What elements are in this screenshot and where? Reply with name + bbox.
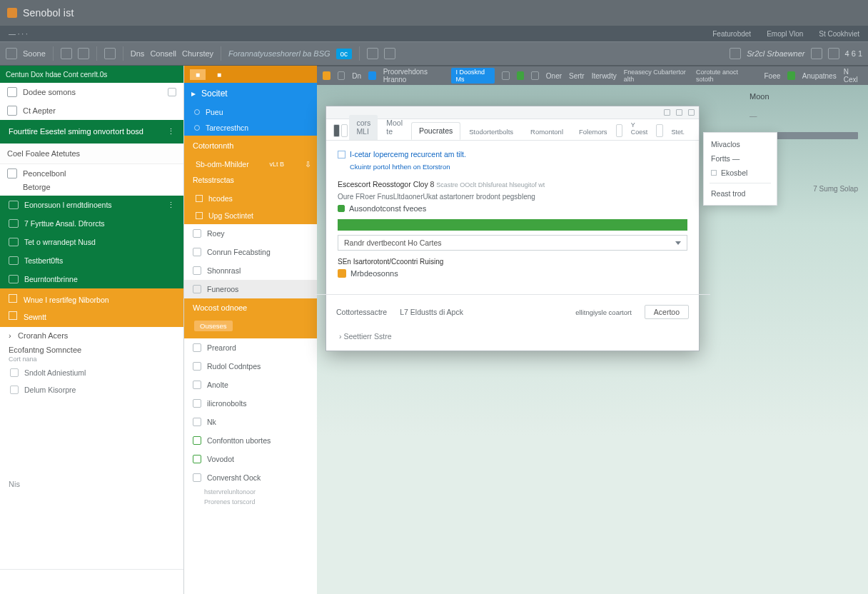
dialog-link[interactable]: Ckuintr portol hrthen on Etorstron bbox=[338, 161, 687, 173]
mp-white-item[interactable]: Conrun Fecabsting bbox=[184, 243, 317, 261]
dialog-tab[interactable]: Folemors bbox=[572, 124, 615, 140]
ct-item[interactable]: Dn bbox=[352, 72, 361, 80]
tab-icon[interactable] bbox=[333, 124, 340, 137]
close-icon[interactable] bbox=[688, 109, 695, 116]
tab-icon[interactable] bbox=[341, 124, 348, 137]
mp-white-item[interactable]: Rudol Codntpes bbox=[184, 357, 317, 376]
mp-blue-item[interactable]: Pueu bbox=[184, 104, 317, 120]
download-icon[interactable]: ⇩ bbox=[305, 160, 311, 168]
lp-footer-icon[interactable] bbox=[0, 569, 183, 594]
tool-badge[interactable]: oc bbox=[336, 49, 353, 59]
ct-right[interactable]: Anupatnes bbox=[802, 72, 837, 80]
ct-tag[interactable]: I Doosknd Ms bbox=[451, 68, 494, 84]
lp-green-item[interactable]: Testbert0fts bbox=[0, 251, 183, 270]
tool-icon[interactable] bbox=[6, 48, 17, 59]
info-right-1[interactable]: Emopl Vlon bbox=[767, 30, 803, 38]
dialog-tab[interactable]: Mool te bbox=[379, 115, 410, 140]
tool-icon[interactable] bbox=[502, 71, 510, 80]
mp-white-item-selected[interactable]: Funeroos bbox=[184, 280, 317, 298]
ct-right[interactable]: N Cexl bbox=[844, 68, 862, 84]
minimize-icon[interactable] bbox=[664, 109, 670, 116]
tool-icon[interactable] bbox=[338, 71, 345, 80]
lp-item[interactable]: Dodee somons bbox=[0, 83, 183, 101]
lp-subheader[interactable]: Ecofantng Somnctee Cort nana bbox=[0, 341, 183, 364]
mp-tab[interactable]: ■ bbox=[211, 69, 227, 80]
dialog-tab[interactable]: Romontonl bbox=[523, 124, 570, 140]
lp-item[interactable]: Peoncelbonl bbox=[0, 164, 183, 183]
tool-icon[interactable] bbox=[78, 48, 89, 59]
mp-chip[interactable]: Ouseses bbox=[194, 321, 233, 331]
dialog-row[interactable]: Ausondotconst fveoes bbox=[338, 202, 687, 215]
mp-white-item[interactable]: ilicronobolts bbox=[184, 394, 317, 413]
ds-item[interactable]: Ekosbel bbox=[710, 166, 771, 180]
tab-icon[interactable] bbox=[656, 124, 662, 137]
tool-icon[interactable] bbox=[368, 71, 376, 80]
mp-white-item[interactable]: Confontton ubortes bbox=[184, 431, 317, 450]
lp-green-header[interactable]: Fourttire Esestel smimg onvortort bosd ⋮ bbox=[0, 120, 183, 144]
ct-mid[interactable]: Fneasecy Cubartertor alth bbox=[624, 69, 689, 83]
mp-orange-row[interactable]: Sb-odm-Mhilder vLt B ⇩ bbox=[184, 156, 317, 173]
dialog-tab[interactable]: Y Coest bbox=[624, 118, 655, 140]
tool-icon[interactable] bbox=[811, 48, 822, 59]
maximize-icon[interactable] bbox=[676, 109, 682, 116]
ds-item[interactable]: Mivaclos bbox=[710, 137, 771, 151]
mp-blue-header[interactable]: ▸Socitet bbox=[184, 83, 317, 104]
tab-icon[interactable] bbox=[616, 124, 622, 137]
dialog-select[interactable]: Randr dvertbecont Ho Cartes bbox=[338, 235, 687, 251]
tool-icon[interactable] bbox=[531, 71, 539, 80]
tool-icon[interactable] bbox=[828, 48, 839, 59]
dialog-action-button[interactable]: Acertoo bbox=[645, 305, 689, 319]
ct-item[interactable]: Proorvehdons Hranno bbox=[383, 68, 445, 84]
tool-icon[interactable] bbox=[517, 71, 525, 80]
tool-r1[interactable]: Sr2cl Srbaewner bbox=[747, 49, 804, 58]
dialog-tab[interactable]: Stet. bbox=[665, 125, 692, 140]
tool-icon[interactable] bbox=[787, 71, 795, 80]
mp-white-item[interactable]: Conversht Oock bbox=[184, 468, 317, 487]
mp-white-item[interactable]: Roey bbox=[184, 224, 317, 243]
info-right-0[interactable]: Featurobdet bbox=[712, 30, 751, 38]
lp-green-item[interactable]: Tet o wrrandept Nusd bbox=[0, 233, 183, 251]
ct-right[interactable]: Foee bbox=[764, 72, 781, 80]
dialog-row[interactable]: Mrbdeosonns bbox=[338, 267, 687, 280]
tool-g1-2[interactable]: Churstey bbox=[182, 49, 213, 58]
dialog-tab[interactable]: Stodortertbolts bbox=[462, 124, 520, 140]
dialog-tab-active[interactable]: Poucrates bbox=[411, 122, 460, 140]
lp-green-item[interactable]: Beurntontbrinne bbox=[0, 270, 183, 288]
lp-item[interactable]: Delum Kisorpre bbox=[0, 381, 183, 398]
tool-g1-1[interactable]: Consell bbox=[150, 49, 176, 58]
mp-tab[interactable]: ■ bbox=[190, 69, 206, 80]
lp-green-item[interactable]: Eonorsuon l erndtdinoents⋮ bbox=[0, 196, 183, 214]
lp-item[interactable]: Ct Aepter bbox=[0, 101, 183, 120]
tool-g1-0[interactable]: Dns bbox=[131, 49, 145, 58]
tool-icon[interactable] bbox=[730, 48, 741, 59]
ct-mid[interactable]: Oner bbox=[546, 72, 562, 80]
lp-green-item[interactable]: 7 Fyrttue Ansal. Dfrorcts bbox=[0, 214, 183, 233]
folder-icon[interactable] bbox=[323, 71, 330, 80]
dialog-below[interactable]: › Seettierr Sstre bbox=[326, 328, 699, 351]
lp-gray-title[interactable]: Coel Foalee Atetutes bbox=[0, 144, 183, 164]
ct-mid[interactable]: Iterwdty bbox=[592, 72, 617, 80]
dialog-link[interactable]: I-cetar Iopercemg recurcent am tilt. bbox=[338, 148, 687, 161]
mp-white-item[interactable]: Prearord bbox=[184, 338, 317, 357]
tool-icon[interactable] bbox=[61, 48, 72, 59]
lp-orange-item[interactable]: Sewntt bbox=[0, 310, 183, 327]
mp-orange-header2[interactable]: Wocost odnoee bbox=[184, 298, 317, 317]
mp-orange-item[interactable]: hcodes bbox=[184, 190, 317, 207]
lp-item[interactable]: Betorge bbox=[0, 183, 183, 196]
ct-mid[interactable]: Corotute anoct sototh bbox=[696, 69, 750, 83]
lp-item[interactable]: Sndolt Adniestiuml bbox=[0, 364, 183, 381]
tool-icon[interactable] bbox=[384, 48, 395, 59]
mp-white-item[interactable]: Shonnrasl bbox=[184, 261, 317, 280]
dialog-tab-group[interactable]: cors MLI bbox=[349, 115, 378, 140]
ds-item[interactable]: Reast trod bbox=[710, 186, 771, 201]
lp-orange-item[interactable]: Wnue I resrtifeg Niborbon bbox=[0, 288, 183, 310]
mp-blue-item[interactable]: Tarecresthcn bbox=[184, 120, 317, 136]
tool-icon[interactable] bbox=[367, 48, 378, 59]
ct-mid[interactable]: Sertr bbox=[569, 72, 585, 80]
info-right-2[interactable]: St Cookhviet bbox=[819, 30, 859, 38]
mp-white-item[interactable]: Nk bbox=[184, 413, 317, 431]
mp-white-item[interactable]: Anolte bbox=[184, 376, 317, 394]
mp-white-item[interactable]: Vovodot bbox=[184, 450, 317, 468]
ds-item[interactable]: Fortts — bbox=[710, 151, 771, 166]
lp-subheader[interactable]: › Croranh Acers bbox=[0, 327, 183, 341]
